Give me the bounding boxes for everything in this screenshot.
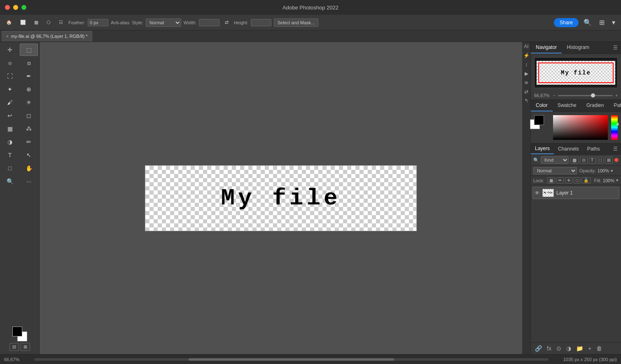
lock-artboard-btn[interactable]: □ — [574, 177, 580, 183]
height-input[interactable] — [251, 19, 271, 26]
gradient-tool[interactable]: ▦ — [1, 123, 19, 135]
zoom-in-icon[interactable]: + — [615, 93, 618, 98]
delete-layer-btn[interactable]: 🗑 — [595, 344, 604, 352]
tab-channels[interactable]: Channels — [554, 144, 583, 154]
fill-dropdown-icon[interactable]: ▾ — [616, 178, 619, 183]
blur-tool[interactable]: ⁂ — [20, 123, 38, 135]
link-layers-btn[interactable]: 🔗 — [533, 344, 544, 352]
strip-icon2[interactable]: ⚡ — [523, 53, 530, 58]
path-select-tool[interactable]: ↖ — [20, 149, 38, 161]
navigator-options-icon[interactable]: ☰ — [610, 43, 621, 52]
feather-input[interactable] — [88, 19, 108, 26]
filter-shape-btn[interactable]: □ — [597, 157, 604, 164]
object-select-tool[interactable]: ⧈ — [20, 57, 38, 69]
layers-panel-menu-icon[interactable]: ☰ — [610, 144, 621, 153]
shape-tool[interactable]: □ — [1, 162, 19, 174]
ai-strip-icon1[interactable]: AI — [524, 44, 528, 49]
strip-icon4[interactable]: ▶ — [525, 71, 528, 77]
tab-paths[interactable]: Paths — [583, 144, 604, 154]
tab-color[interactable]: Color — [531, 100, 553, 111]
width-input[interactable] — [199, 19, 219, 26]
blend-mode-select[interactable]: Normal — [533, 167, 577, 174]
spot-healing-tool[interactable]: ✦ — [1, 83, 19, 95]
share-button[interactable]: Share — [554, 18, 579, 27]
home-button[interactable]: 🏠 — [3, 18, 15, 27]
dodge-tool[interactable]: ◑ — [1, 136, 19, 148]
filter-adjust-btn[interactable]: ⊙ — [580, 157, 588, 164]
lock-image-btn[interactable]: ✏ — [556, 177, 564, 183]
tool-option-btn3[interactable]: ☷ — [56, 18, 66, 27]
file-tab[interactable]: × my-file.ai @ 66,7% (Layer 1, RGB/8) * — [2, 31, 92, 42]
scrollbar-thumb[interactable] — [189, 358, 394, 361]
window-controls — [5, 5, 26, 10]
tab-histogram[interactable]: Histogram — [562, 42, 594, 53]
edit-quick-mask-btn[interactable]: ⊞ — [21, 343, 30, 351]
add-adjustment-btn[interactable]: ◑ — [565, 344, 573, 352]
strip-icon7[interactable]: ↰ — [524, 98, 528, 104]
crop-tool[interactable]: ⛶ — [1, 70, 19, 82]
filter-smart-btn[interactable]: ⊞ — [605, 157, 613, 164]
history-brush-tool[interactable]: ↩ — [1, 109, 19, 122]
stamp-tool[interactable]: ✳ — [20, 96, 38, 109]
color-fg-swatch[interactable] — [534, 115, 544, 125]
marquee-tool-btn[interactable]: ⬜ — [17, 18, 29, 27]
kind-filter-select[interactable]: Kind — [541, 156, 569, 164]
eyedropper-tool[interactable]: ✒ — [20, 70, 38, 82]
minimize-dot[interactable] — [13, 5, 18, 10]
lock-position-btn[interactable]: ✛ — [565, 177, 572, 183]
tab-swatches[interactable]: Swatche — [553, 100, 581, 111]
lasso-tool[interactable]: ⌾ — [1, 57, 19, 69]
hand-tool[interactable]: ✋ — [20, 162, 38, 174]
swap-dimensions-btn[interactable]: ⇄ — [222, 18, 231, 27]
color-gradient-picker[interactable] — [553, 115, 608, 140]
close-dot[interactable] — [5, 5, 10, 10]
fg-color-swatch[interactable] — [12, 327, 22, 336]
opacity-label: Opacity: — [579, 168, 596, 173]
maximize-dot[interactable] — [21, 5, 26, 10]
tab-gradient[interactable]: Gradien — [581, 100, 609, 111]
style-select[interactable]: Normal Fixed Ratio Fixed Size — [146, 19, 181, 27]
tab-layers[interactable]: Layers — [531, 144, 554, 154]
add-style-btn[interactable]: fx — [545, 344, 553, 352]
move-tool[interactable]: ✛ — [1, 44, 19, 56]
add-layer-btn[interactable]: + — [586, 344, 593, 352]
add-mask-btn[interactable]: ⊙ — [555, 344, 563, 352]
add-group-btn[interactable]: 📁 — [574, 344, 585, 352]
marquee-selection-tool[interactable]: ⬚ — [20, 44, 38, 56]
strip-icon6[interactable]: ⇄ — [524, 89, 528, 95]
tool-option-btn2[interactable]: ⬡ — [44, 18, 54, 27]
lock-all-btn[interactable]: 🔒 — [581, 177, 591, 183]
edit-standard-btn[interactable]: ⊟ — [9, 343, 19, 351]
color-spectrum-bar[interactable] — [611, 115, 618, 140]
filter-type-btn[interactable]: T — [589, 157, 596, 164]
zoom-slider-thumb[interactable] — [591, 93, 595, 97]
horizontal-scrollbar[interactable] — [34, 358, 548, 361]
zoom-slider[interactable] — [558, 95, 613, 96]
search-icon[interactable]: 🔍 — [581, 18, 594, 27]
select-mask-button[interactable]: Select and Mask... — [274, 19, 319, 27]
zoom-tool[interactable]: 🔍 — [1, 175, 19, 188]
color-panel: Color Swatche Gradien Patterns ☰ — [531, 100, 621, 144]
expand-icon[interactable]: ▾ — [609, 18, 618, 27]
strip-icon3[interactable]: ↕ — [525, 62, 528, 67]
pen-tool[interactable]: ✏ — [20, 136, 38, 148]
healing-brush-tool[interactable]: ⊕ — [20, 83, 38, 95]
layer-item[interactable]: 👁 My file Layer 1 — [532, 187, 619, 199]
opacity-value: 100% — [598, 168, 609, 173]
type-tool[interactable]: T — [1, 149, 19, 161]
tool-option-btn1[interactable]: ▦ — [31, 18, 41, 27]
strip-icon5[interactable]: ≋ — [524, 80, 528, 86]
tab-close-icon[interactable]: × — [6, 34, 9, 39]
brush-tool[interactable]: 🖌 — [1, 96, 19, 109]
eraser-tool[interactable]: ◻ — [20, 109, 38, 122]
lock-transparent-btn[interactable]: ▦ — [547, 177, 555, 183]
tab-navigator[interactable]: Navigator — [531, 42, 562, 53]
color-squares[interactable] — [12, 327, 27, 341]
tab-patterns[interactable]: Patterns — [609, 100, 621, 111]
layer-visibility-icon[interactable]: 👁 — [535, 190, 540, 196]
extra-tools-btn[interactable]: ··· — [20, 175, 38, 188]
filter-pixel-btn[interactable]: ▦ — [570, 157, 579, 164]
zoom-out-icon[interactable]: − — [553, 93, 556, 98]
opacity-dropdown-icon[interactable]: ▾ — [611, 168, 613, 174]
panels-icon[interactable]: ⊞ — [597, 18, 607, 27]
